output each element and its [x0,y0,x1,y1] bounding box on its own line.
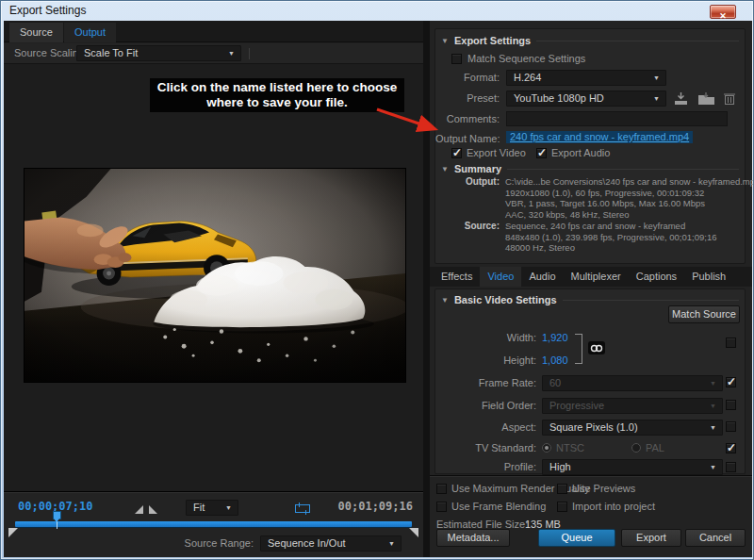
source-scaling-dropdown[interactable]: Scale To Fit ▼ [76,45,241,61]
summary-output-lines: C:\vide...be Conversions\240 fps car and… [505,176,746,220]
summary-title: Summary [454,163,501,174]
frame-blending-checkbox[interactable] [436,502,447,512]
frame-rate-dropdown[interactable]: 60 ▼ [542,375,723,391]
aspect-dropdown[interactable]: Square Pixels (1.0) ▼ [542,420,723,436]
preset-value: YouTube 1080p HD [514,91,604,106]
tab-video[interactable]: Video [480,267,521,287]
summary-output-line: C:\vide...be Conversions\240 fps car and… [505,176,746,188]
field-order-dropdown[interactable]: Progressive ▼ [542,398,723,414]
cancel-button[interactable]: Cancel [685,529,746,547]
height-label: Height: [435,354,536,366]
import-into-project-checkbox[interactable] [557,502,567,512]
delete-preset-icon[interactable] [723,91,736,109]
set-out-point-icon[interactable] [149,505,157,514]
aspect-label: Aspect: [435,421,536,433]
import-preset-icon[interactable] [697,91,715,109]
export-button[interactable]: Export [621,529,681,547]
summary-output-line: AAC, 320 kbps, 48 kHz, Stereo [505,209,746,221]
format-dropdown[interactable]: H.264 ▼ [506,70,666,86]
export-settings-window: Export Settings ✕ Source Output Source S… [0,0,754,560]
summary-output-line: 1920x1080 (1.0), 60 fps, Progressive, 00… [505,188,746,199]
window-title: Export Settings [9,4,86,17]
frame-rate-checkbox[interactable]: ✓ [726,377,736,387]
basic-video-settings-group: ▼ Basic Video Settings Match Source Widt… [434,288,746,474]
format-label: Format: [435,72,500,83]
video-frame-art [25,169,405,382]
ntsc-radio[interactable] [542,443,551,453]
format-value: H.264 [514,71,541,85]
tab-audio[interactable]: Audio [521,267,563,287]
aspect-value: Square Pixels (1.0) [549,420,638,435]
track-end-marker-icon[interactable] [409,528,418,537]
save-preset-icon[interactable] [673,91,689,109]
close-button[interactable]: ✕ [710,5,736,19]
pal-label: PAL [646,442,664,453]
profile-label: Profile: [435,461,536,472]
max-render-quality-checkbox[interactable] [436,484,447,494]
video-preview-area [4,64,423,491]
chevron-down-icon: ▼ [710,420,716,435]
chevron-down-icon: ▼ [653,91,660,106]
export-footer: Use Maximum Render Quality Use Previews … [430,475,752,557]
width-value[interactable]: 1,920 [542,332,568,343]
dimensions-checkbox[interactable] [726,338,736,348]
queue-button[interactable]: Queue [538,529,615,547]
aspect-checkbox[interactable] [726,421,736,432]
tv-standard-checkbox[interactable]: ✓ [726,443,736,453]
tab-publish[interactable]: Publish [684,267,733,287]
chevron-down-icon: ▼ [710,460,716,474]
annotation-line1: Click on the name listed here to choose [150,80,404,95]
match-sequence-checkbox[interactable] [451,54,462,64]
comments-input[interactable] [506,111,728,126]
check-icon: ✓ [727,441,736,454]
annotation-callout: Click on the name listed here to choose … [150,78,404,112]
profile-dropdown[interactable]: High ▼ [542,459,723,475]
disclosure-triangle-icon[interactable]: ▼ [441,296,449,305]
source-range-dropdown[interactable]: Sequence In/Out ▼ [260,535,402,552]
tab-output[interactable]: Output [64,23,116,42]
settings-tabbar: Effects Video Audio Multiplexer Captions… [430,267,752,287]
video-preview [24,168,406,383]
chevron-down-icon: ▼ [710,399,716,413]
chevron-down-icon: ▼ [228,46,235,60]
summary-output-label: Output: [435,176,500,187]
pal-radio[interactable] [631,443,641,453]
frame-blending-label: Use Frame Blending [451,501,546,512]
disclosure-triangle-icon[interactable]: ▼ [441,37,449,45]
profile-checkbox[interactable] [726,462,736,472]
tab-captions[interactable]: Captions [629,267,684,287]
export-audio-checkbox[interactable]: ✓ [536,148,547,158]
crop-icon[interactable] [294,502,311,519]
profile-value: High [549,460,571,474]
settings-panel: ▼ Export Settings Match Sequence Setting… [430,21,752,557]
zoom-fit-dropdown[interactable]: Fit ▼ [186,500,238,516]
frame-rate-label: Frame Rate: [435,377,536,388]
field-order-label: Field Order: [435,400,536,411]
field-order-checkbox[interactable] [726,400,736,410]
output-name-link[interactable]: 240 fps car and snow - keyframed.mp4 [506,131,693,143]
import-into-project-label: Import into project [572,501,655,512]
use-previews-checkbox[interactable] [557,484,567,494]
height-value[interactable]: 1,080 [542,354,568,366]
check-icon: ✓ [452,146,462,159]
metadata-button[interactable]: Metadata... [436,529,510,547]
export-settings-header: ▼ Export Settings [441,35,739,46]
set-in-point-icon[interactable] [135,505,143,514]
tab-effects[interactable]: Effects [434,267,480,287]
playhead-handle[interactable] [53,511,61,519]
tab-source[interactable]: Source [9,23,63,42]
summary-output-line: VBR, 1 pass, Target 16.00 Mbps, Max 16.0… [505,198,746,209]
preset-dropdown[interactable]: YouTube 1080p HD ▼ [506,91,666,107]
track-start-marker-icon[interactable] [8,528,18,537]
export-video-checkbox[interactable]: ✓ [451,148,462,158]
header-rule [507,169,739,170]
field-order-value: Progressive [549,399,604,413]
width-label: Width: [435,332,536,343]
timeline-scrubber-track[interactable] [15,521,412,527]
match-source-button[interactable]: Match Source [668,305,740,323]
link-dimensions-icon[interactable] [588,341,605,354]
summary-header: ▼ Summary [441,163,739,174]
disclosure-triangle-icon[interactable]: ▼ [441,165,449,173]
tab-multiplexer[interactable]: Multiplexer [564,267,629,287]
summary-source-label: Source: [435,221,500,231]
